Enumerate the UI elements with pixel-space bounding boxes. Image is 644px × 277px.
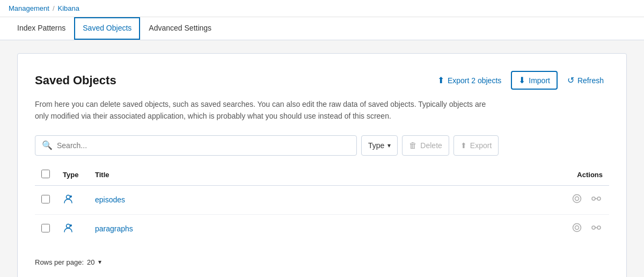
- export-selected-button[interactable]: ⬆ Export: [453, 135, 499, 156]
- title-cell-paragraphs: paragraphs: [89, 214, 364, 243]
- search-icon: 🔍: [42, 140, 53, 150]
- relationships-icon-episodes[interactable]: [590, 192, 603, 208]
- checkbox-episodes[interactable]: [41, 195, 50, 203]
- svg-point-11: [597, 226, 601, 229]
- svg-point-1: [70, 195, 72, 198]
- paragraphs-link[interactable]: paragraphs: [95, 224, 133, 233]
- refresh-icon: ↺: [567, 75, 574, 85]
- row-checkbox-paragraphs: [35, 214, 56, 243]
- row-actions-episodes: [371, 192, 603, 208]
- svg-point-8: [573, 223, 581, 231]
- breadcrumb-management[interactable]: Management: [9, 4, 49, 12]
- type-filter-button[interactable]: Type ▾: [361, 135, 398, 156]
- saved-objects-card: Saved Objects ⬆ Export 2 objects ⬇ Impor…: [17, 53, 627, 277]
- toolbar: 🔍 Type ▾ 🗑 Delete ⬆ Export: [35, 135, 609, 156]
- row-actions-paragraphs: [371, 221, 603, 237]
- tab-index-patterns[interactable]: Index Patterns: [9, 17, 74, 40]
- header-checkbox: [35, 164, 56, 186]
- search-container: 🔍: [35, 135, 357, 156]
- index-pattern-icon-2: [63, 223, 74, 234]
- rows-per-page-chevron-icon: ▾: [98, 258, 101, 266]
- import-label: Import: [529, 76, 550, 85]
- svg-point-7: [70, 224, 72, 227]
- header-actions: Actions: [364, 164, 609, 186]
- rows-per-page[interactable]: Rows per page: 20 ▾: [35, 258, 101, 266]
- relationships-icon-paragraphs[interactable]: [590, 221, 603, 237]
- svg-point-5: [597, 197, 601, 200]
- select-all-checkbox[interactable]: [41, 170, 50, 178]
- header-title: Title: [89, 164, 364, 186]
- refresh-label: Refresh: [577, 76, 604, 85]
- svg-point-6: [67, 224, 70, 228]
- export-sm-label: Export: [470, 141, 492, 150]
- delete-button[interactable]: 🗑 Delete: [402, 135, 449, 156]
- main-content: Saved Objects ⬆ Export 2 objects ⬇ Impor…: [0, 40, 644, 277]
- table-header-row: Type Title Actions: [35, 164, 609, 186]
- svg-point-4: [592, 197, 595, 200]
- episodes-link[interactable]: episodes: [95, 195, 125, 204]
- export-all-label: Export 2 objects: [448, 76, 501, 85]
- inspect-icon-episodes[interactable]: [570, 192, 583, 208]
- row-checkbox-episodes: [35, 185, 56, 214]
- svg-point-3: [575, 196, 579, 200]
- export-all-icon: ⬆: [437, 75, 444, 85]
- export-all-button[interactable]: ⬆ Export 2 objects: [432, 72, 507, 89]
- trash-icon: 🗑: [409, 141, 417, 150]
- svg-point-2: [573, 194, 581, 202]
- svg-point-9: [575, 225, 579, 229]
- card-title: Saved Objects: [35, 74, 116, 88]
- rows-per-page-value: 20: [87, 258, 94, 266]
- tab-advanced-settings[interactable]: Advanced Settings: [140, 17, 220, 40]
- import-icon: ⬇: [518, 75, 525, 85]
- type-cell-episodes: [56, 185, 89, 214]
- breadcrumb-separator: /: [53, 4, 55, 12]
- rows-per-page-label: Rows per page:: [35, 258, 84, 266]
- import-button[interactable]: ⬇ Import: [511, 71, 558, 90]
- breadcrumb: Management / Kibana: [0, 0, 644, 17]
- inspect-icon-paragraphs[interactable]: [570, 221, 583, 237]
- type-label: Type: [368, 141, 384, 150]
- breadcrumb-kibana[interactable]: Kibana: [58, 4, 79, 12]
- refresh-button[interactable]: ↺ Refresh: [562, 72, 609, 89]
- index-pattern-icon: [63, 194, 74, 205]
- actions-cell-paragraphs: [364, 214, 609, 243]
- type-cell-paragraphs: [56, 214, 89, 243]
- svg-point-0: [67, 195, 70, 199]
- objects-table: Type Title Actions: [35, 164, 609, 243]
- card-actions: ⬆ Export 2 objects ⬇ Import ↺ Refresh: [432, 71, 609, 90]
- title-cell-episodes: episodes: [89, 185, 364, 214]
- actions-cell-episodes: [364, 185, 609, 214]
- table-row: paragraphs: [35, 214, 609, 243]
- table-row: episodes: [35, 185, 609, 214]
- table-footer: Rows per page: 20 ▾: [35, 252, 609, 266]
- search-input[interactable]: [57, 141, 350, 150]
- tab-saved-objects[interactable]: Saved Objects: [74, 17, 140, 40]
- export-icon: ⬆: [460, 141, 467, 150]
- svg-point-10: [592, 226, 595, 229]
- card-header: Saved Objects ⬆ Export 2 objects ⬇ Impor…: [35, 71, 609, 90]
- chevron-down-icon: ▾: [387, 142, 391, 149]
- delete-label: Delete: [420, 141, 442, 150]
- header-type: Type: [56, 164, 89, 186]
- card-description: From here you can delete saved objects, …: [35, 98, 496, 122]
- checkbox-paragraphs[interactable]: [41, 224, 50, 232]
- top-nav: Index Patterns Saved Objects Advanced Se…: [0, 17, 644, 40]
